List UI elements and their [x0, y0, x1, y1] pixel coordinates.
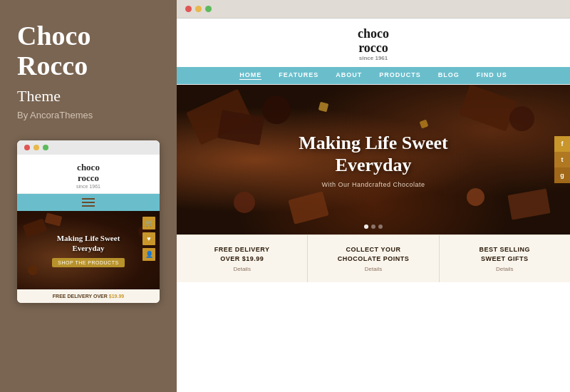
feature-gifts: BEST SELLINGSWEET GIFTS Details: [439, 235, 570, 282]
mobile-dot-green: [43, 145, 48, 150]
site-hero: Making Life Sweet Everyday With Our Hand…: [177, 85, 570, 234]
social-twitter-btn[interactable]: t: [554, 152, 570, 167]
mobile-dot-yellow: [33, 145, 39, 150]
hero-dots: [364, 225, 383, 229]
mobile-logo-since: since 1961: [17, 184, 160, 189]
mobile-preview: choco rocco since 1961 Making Life Sweet…: [17, 140, 160, 303]
browser-bar: [177, 0, 570, 19]
mobile-preview-bar: [17, 140, 160, 155]
brand-title: Choco Rocco Theme By AncoraThemes: [17, 21, 160, 140]
site-logo-line1: choco: [358, 26, 389, 41]
nav-item-products[interactable]: PRODUCTS: [379, 71, 421, 80]
mobile-cart-icon[interactable]: 🛒: [142, 217, 155, 229]
hero-dot-3[interactable]: [378, 225, 383, 229]
social-facebook-btn[interactable]: f: [554, 136, 570, 152]
feature-delivery-title: FREE DELIVERYOVER $19.99: [184, 245, 300, 263]
mobile-user-icon[interactable]: 👤: [142, 248, 155, 261]
browser-dot-red: [185, 6, 192, 12]
nav-item-about[interactable]: ABOUT: [336, 71, 362, 80]
mobile-logo-line1: choco: [77, 162, 100, 172]
site-logo-line2: rocco: [358, 41, 388, 55]
site-nav: HOME FEATURES ABOUT PRODUCTS BLOG FIND U…: [177, 67, 570, 84]
hamburger-icon: [82, 198, 95, 207]
hero-text-overlay: Making Life Sweet Everyday With Our Hand…: [299, 132, 447, 187]
browser-dot-yellow: [195, 6, 202, 12]
brand-line1: Choco: [17, 21, 90, 51]
mobile-heart-icon[interactable]: ♥: [142, 232, 155, 245]
browser-content: choco rocco since 1961 HOME FEATURES ABO…: [177, 19, 570, 392]
mobile-footer-price: $19.99: [109, 294, 124, 299]
sidebar: Choco Rocco Theme By AncoraThemes choco …: [0, 0, 177, 392]
feature-delivery-details[interactable]: Details: [184, 266, 300, 272]
mobile-hero-title-line2: Everyday: [72, 244, 104, 252]
feature-points-details[interactable]: Details: [315, 266, 431, 272]
mobile-dot-red: [24, 145, 30, 150]
browser-area: choco rocco since 1961 HOME FEATURES ABO…: [177, 0, 570, 392]
hero-title-line2: Everyday: [336, 155, 412, 175]
site-header: choco rocco since 1961 HOME FEATURES ABO…: [177, 19, 570, 85]
mobile-hero-content: Making Life Sweet Everyday SHOP THE PROD…: [52, 233, 124, 267]
feature-gifts-details[interactable]: Details: [447, 266, 563, 272]
brand-line2: Rocco: [17, 51, 88, 81]
mobile-hero: Making Life Sweet Everyday SHOP THE PROD…: [17, 211, 160, 289]
nav-item-blog[interactable]: BLOG: [438, 71, 460, 80]
social-sidebar: f t g: [554, 136, 570, 183]
theme-label: Theme: [17, 87, 160, 105]
hero-subtitle: With Our Handcrafted Chocolate: [299, 181, 447, 188]
by-label: By AncoraThemes: [17, 110, 160, 120]
mobile-logo-line2: rocco: [78, 172, 99, 183]
mobile-icon-group: 🛒 ♥ 👤: [142, 217, 155, 261]
hero-dot-1[interactable]: [364, 225, 368, 229]
nav-item-features[interactable]: FEATURES: [279, 71, 318, 80]
mobile-hero-title-line1: Making Life Sweet: [57, 234, 120, 242]
nav-item-findus[interactable]: FIND US: [477, 71, 507, 80]
mobile-menu-bar[interactable]: [17, 194, 160, 211]
site-logo-since: since 1961: [177, 56, 570, 62]
mobile-footer-text: FREE DELIVERY OVER: [53, 294, 109, 299]
browser-dot-green: [205, 6, 212, 12]
mobile-footer-strip: FREE DELIVERY OVER $19.99: [17, 289, 160, 303]
social-google-btn[interactable]: g: [554, 167, 570, 183]
features-strip: FREE DELIVERYOVER $19.99 Details COLLECT…: [177, 234, 570, 282]
site-logo: choco rocco since 1961: [177, 27, 570, 61]
hero-dot-2[interactable]: [371, 225, 375, 229]
mobile-logo-area: choco rocco since 1961: [17, 155, 160, 194]
nav-item-home[interactable]: HOME: [239, 71, 261, 80]
feature-delivery: FREE DELIVERYOVER $19.99 Details: [177, 235, 307, 282]
hero-title-line1: Making Life Sweet: [299, 133, 447, 153]
feature-points-title: COLLECT YOURCHOCOLATE POINTS: [315, 245, 431, 263]
mobile-shop-btn[interactable]: SHOP THE PRODUCTS: [52, 258, 124, 267]
feature-points: COLLECT YOURCHOCOLATE POINTS Details: [307, 235, 438, 282]
feature-gifts-title: BEST SELLINGSWEET GIFTS: [447, 245, 563, 263]
